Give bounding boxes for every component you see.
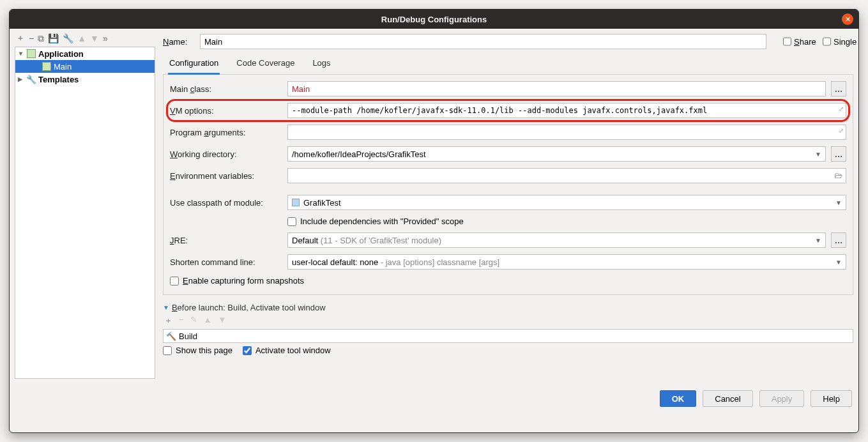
tree-label: Application [38, 49, 84, 59]
move-up-task-icon[interactable]: ▲ [204, 315, 212, 326]
tree-node-application[interactable]: ▼ Application [15, 47, 155, 60]
add-icon[interactable]: ＋ [16, 33, 25, 44]
chevron-down-icon: ▼ [815, 151, 821, 158]
env-vars-input[interactable] [287, 168, 846, 183]
tree-node-main[interactable]: Main [15, 60, 155, 73]
build-task-label: Build [179, 332, 197, 341]
main-class-label: Main class: [170, 84, 282, 94]
tree-toolbar: ＋ − ⧉ 💾 🔧 ▲ ▼ » [15, 31, 155, 47]
browse-jre-button[interactable]: … [831, 232, 846, 248]
expand-icon[interactable]: » [103, 33, 108, 43]
tab-configuration[interactable]: Configuration [168, 54, 220, 75]
before-launch-list[interactable]: 🔨 Build [163, 329, 853, 343]
classpath-value: GrafikTest [303, 198, 341, 208]
tree-node-templates[interactable]: ▶ 🔧 Templates [15, 73, 155, 86]
enable-capture-checkbox[interactable] [170, 277, 179, 286]
close-icon[interactable]: ✕ [842, 13, 853, 25]
cancel-button[interactable]: Cancel [703, 390, 752, 407]
window-title: Run/Debug Configurations [381, 15, 487, 24]
tab-logs[interactable]: Logs [311, 54, 331, 74]
chevron-down-icon: ▼ [815, 237, 821, 244]
program-args-input[interactable] [287, 125, 846, 140]
include-provided-checkbox[interactable] [287, 217, 296, 226]
working-dir-combo[interactable]: /home/kofler/IdeaProjects/GrafikTest ▼ [287, 146, 826, 162]
show-this-page-checkbox[interactable]: Show this page [163, 346, 232, 355]
tree-label: Templates [38, 75, 79, 84]
name-input[interactable] [200, 34, 766, 49]
hammer-icon: 🔨 [166, 332, 176, 341]
config-tabs: Configuration Code Coverage Logs [163, 54, 853, 75]
save-icon[interactable]: 💾 [48, 33, 59, 43]
copy-icon[interactable]: ⧉ [38, 33, 44, 44]
titlebar: Run/Debug Configurations ✕ [10, 10, 858, 29]
move-down-icon[interactable]: ▼ [90, 33, 99, 43]
section-collapse-icon: ▼ [163, 304, 169, 311]
main-class-input[interactable] [287, 81, 826, 96]
collapse-icon[interactable]: ▼ [18, 50, 24, 57]
working-dir-value: /home/kofler/IdeaProjects/GrafikTest [292, 149, 426, 159]
before-launch-toolbar: ＋ − ✎ ▲ ▼ [163, 312, 853, 329]
dialog-buttons: OK Cancel Apply Help [10, 379, 858, 413]
classpath-module-combo[interactable]: GrafikTest ▼ [287, 195, 846, 210]
run-debug-dialog: Run/Debug Configurations ✕ ＋ − ⧉ 💾 🔧 ▲ ▼… [9, 9, 859, 433]
remove-task-icon[interactable]: − [179, 315, 184, 326]
wrench-icon: 🔧 [27, 75, 36, 84]
wrench-icon[interactable]: 🔧 [63, 33, 73, 43]
jre-label: JRE: [170, 236, 282, 245]
before-launch-header[interactable]: ▼ Before launch: Build, Activate tool wi… [163, 295, 853, 312]
help-button[interactable]: Help [811, 390, 852, 407]
module-icon [292, 199, 300, 206]
move-up-icon[interactable]: ▲ [77, 33, 86, 43]
ok-button[interactable]: OK [660, 390, 697, 407]
apply-button: Apply [759, 390, 805, 407]
browse-working-dir-button[interactable]: … [831, 146, 846, 162]
vm-options-input[interactable] [287, 103, 846, 118]
tree-label: Main [54, 62, 72, 72]
expand-arrow-icon[interactable]: ▶ [18, 76, 24, 82]
move-down-task-icon[interactable]: ▼ [218, 315, 226, 326]
chevron-down-icon: ▼ [835, 199, 842, 206]
tab-code-coverage[interactable]: Code Coverage [235, 54, 296, 74]
share-checkbox[interactable]: Share [783, 37, 814, 47]
remove-icon[interactable]: − [29, 33, 34, 43]
activate-tool-window-checkbox[interactable]: Activate tool window [243, 346, 331, 355]
shorten-combo[interactable]: user-local default: none - java [options… [287, 254, 846, 270]
configurations-tree[interactable]: ▼ Application Main ▶ 🔧 Templates [15, 47, 155, 379]
classpath-label: Use classpath of module: [170, 198, 282, 208]
name-label: Name: [163, 37, 194, 47]
add-task-icon[interactable]: ＋ [164, 315, 172, 326]
shorten-label: Shorten command line: [170, 257, 282, 267]
application-icon [27, 49, 36, 58]
include-provided-label: Include dependencies with "Provided" sco… [300, 217, 464, 226]
env-vars-label: Environment variables: [170, 171, 282, 181]
edit-task-icon[interactable]: ✎ [190, 315, 197, 326]
configuration-panel: Main class: … VM options: ⤢ Program a [163, 75, 853, 295]
browse-main-class-button[interactable]: … [831, 81, 846, 96]
vm-options-label: VM options: [170, 106, 282, 116]
working-dir-label: Working directory: [170, 149, 282, 159]
chevron-down-icon: ▼ [835, 259, 842, 266]
enable-capture-label: Enable capturing form snapshots [183, 276, 304, 286]
single-instance-checkbox[interactable]: Single instance only [823, 37, 853, 47]
jre-combo[interactable]: Default (11 - SDK of 'GrafikTest' module… [287, 232, 826, 248]
program-args-label: Program arguments: [170, 128, 282, 137]
application-icon [42, 62, 51, 71]
